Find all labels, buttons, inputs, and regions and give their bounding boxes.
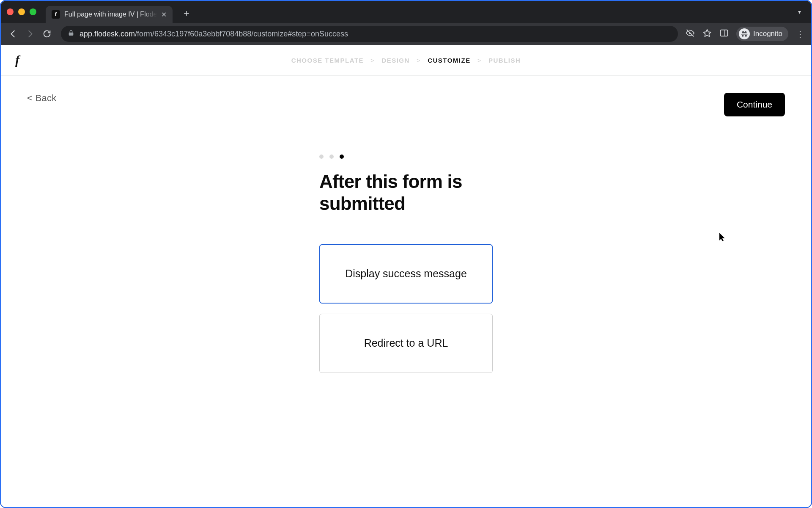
wizard-step-choose-template[interactable]: CHOOSE TEMPLATE — [291, 57, 364, 64]
mouse-cursor-icon — [719, 232, 726, 242]
star-icon[interactable] — [702, 28, 712, 39]
incognito-badge[interactable]: Incognito — [736, 27, 788, 41]
browser-tabstrip: f Full page with image IV | Flode ✕ ＋ ▾ — [1, 1, 811, 23]
eye-off-icon[interactable] — [686, 28, 695, 39]
address-bar[interactable]: app.flodesk.com/form/6343c197f60a3ebbf70… — [61, 26, 678, 42]
tab-close-icon[interactable]: ✕ — [161, 11, 167, 19]
option-label: Redirect to a URL — [364, 337, 448, 349]
option-redirect-to-a-url[interactable]: Redirect to a URL — [319, 314, 493, 373]
continue-button[interactable]: Continue — [724, 93, 785, 116]
wizard-step-publish[interactable]: PUBLISH — [488, 57, 521, 64]
back-link[interactable]: < Back — [27, 93, 57, 103]
option-label: Display success message — [345, 268, 467, 280]
svg-marker-0 — [703, 30, 710, 37]
option-display-success-message[interactable]: Display success message — [319, 244, 493, 304]
question-title: After this form is submitted — [319, 171, 493, 215]
nav-forward-icon[interactable] — [24, 28, 36, 40]
wizard-step-design[interactable]: DESIGN — [381, 57, 410, 64]
window-close-icon[interactable] — [7, 8, 14, 15]
url-host: app.flodesk.com — [80, 30, 135, 38]
tab-favicon-letter: f — [55, 11, 57, 18]
browser-tab-active[interactable]: f Full page with image IV | Flode ✕ — [46, 6, 173, 23]
wizard-step-customize[interactable]: CUSTOMIZE — [428, 57, 471, 64]
nav-back-icon[interactable] — [7, 28, 19, 40]
progress-dot — [329, 155, 334, 159]
incognito-icon — [739, 28, 750, 39]
progress-dot — [319, 155, 324, 159]
svg-rect-1 — [721, 30, 728, 36]
kebab-menu-icon[interactable]: ⋮ — [796, 29, 805, 39]
url-path: /form/6343c197f60a3ebbf7084b88/customize… — [135, 30, 348, 38]
brand-logo-icon[interactable]: f — [15, 53, 19, 67]
chevron-right-icon: > — [370, 57, 375, 64]
incognito-label: Incognito — [753, 30, 782, 38]
browser-toolbar: app.flodesk.com/form/6343c197f60a3ebbf70… — [1, 23, 811, 45]
window-traffic-lights — [7, 8, 36, 15]
progress-dots — [319, 155, 493, 159]
window-zoom-icon[interactable] — [30, 8, 36, 15]
lock-icon — [68, 30, 74, 39]
tab-title: Full page with image IV | Flode — [64, 11, 157, 18]
address-bar-url: app.flodesk.com/form/6343c197f60a3ebbf70… — [80, 30, 348, 39]
app-page: f CHOOSE TEMPLATE>DESIGN>CUSTOMIZE>PUBLI… — [1, 45, 811, 507]
chevron-right-icon: > — [417, 57, 421, 64]
app-header: f CHOOSE TEMPLATE>DESIGN>CUSTOMIZE>PUBLI… — [1, 45, 811, 76]
nav-reload-icon[interactable] — [41, 28, 53, 40]
wizard-steps: CHOOSE TEMPLATE>DESIGN>CUSTOMIZE>PUBLISH — [291, 57, 521, 64]
new-tab-button[interactable]: ＋ — [180, 7, 193, 19]
progress-dot — [340, 155, 344, 159]
side-panel-icon[interactable] — [719, 28, 729, 39]
window-minimize-icon[interactable] — [18, 8, 25, 15]
tab-overflow-chevron-down-icon[interactable]: ▾ — [798, 8, 801, 15]
tab-favicon-icon: f — [52, 10, 60, 19]
chevron-right-icon: > — [477, 57, 482, 64]
